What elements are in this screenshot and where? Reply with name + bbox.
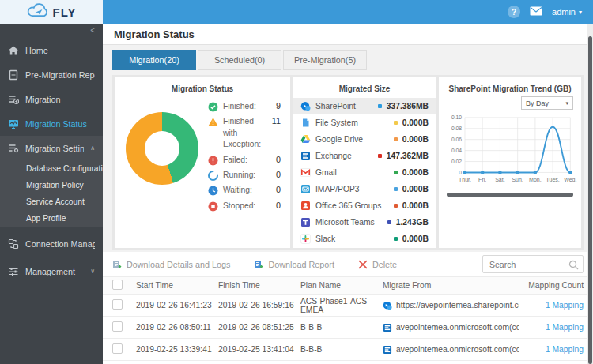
table-header-row: Start Time Finish Time Plan Name Migrate…	[103, 277, 593, 295]
size-row-gmail[interactable]: Gmail 0.000B	[293, 164, 436, 181]
trend-line-chart: 00.020.040.060.080.10Thur.Fri.Sat.Sun.Mo…	[442, 110, 578, 188]
slack-icon	[300, 234, 311, 244]
svg-text:0.04: 0.04	[451, 148, 462, 153]
google-drive-icon	[300, 134, 311, 144]
tab-scheduled[interactable]: Scheduled(0)	[198, 50, 281, 70]
help-icon[interactable]: ?	[508, 6, 520, 18]
legend-finished: Finished: 9	[208, 101, 281, 112]
size-bullet	[394, 171, 398, 174]
office-365-groups-icon	[300, 201, 311, 211]
legend-waiting: Waiting: 0	[208, 185, 281, 196]
sidebar-item-management[interactable]: Management ∨	[0, 259, 103, 283]
size-bullet	[378, 154, 382, 158]
sidebar-item-connection-manager[interactable]: Connection Manager	[0, 231, 103, 256]
sidebar-item-migration-status[interactable]: Migration Status	[0, 111, 103, 136]
status-legend: Finished: 9 Finished with Exception: 11 …	[208, 101, 281, 212]
mail-icon[interactable]	[530, 5, 542, 19]
svg-text:Fri.: Fri.	[478, 177, 486, 182]
app-logo: FLY	[0, 0, 103, 24]
row-checkbox[interactable]	[112, 343, 123, 354]
svg-text:Sun.: Sun.	[512, 177, 523, 182]
size-row-slack[interactable]: Slack 0.000B	[293, 231, 436, 247]
mapping-link[interactable]: 1 Mapping	[546, 301, 584, 310]
sidebar-subitem-migration-policy[interactable]: Migration Policy	[0, 177, 103, 193]
settings-list-icon	[8, 143, 19, 154]
logo-text: FLY	[53, 6, 77, 19]
sidebar-subitem-database-configuration[interactable]: Database Configuration	[0, 160, 103, 177]
download-report-button[interactable]: Download Report	[254, 260, 334, 269]
dashboard: Migration Status Finished: 9 Finished wi…	[112, 75, 584, 250]
table-row[interactable]: 2019-02-25 13:33:44 2019-02-25 13:36:03 …	[103, 361, 593, 364]
col-header-start-time: Start Time	[136, 281, 218, 290]
size-bullet	[394, 204, 398, 208]
size-row-sharepoint[interactable]: SharePoint 337.386MB	[293, 98, 436, 114]
row-checkbox[interactable]	[112, 321, 123, 332]
status-donut-chart	[126, 112, 198, 185]
table-toolbar: Download Details and Logs Download Repor…	[103, 252, 593, 277]
chevron-up-icon: ∧	[90, 144, 95, 152]
sidebar-item-pre-migration-report[interactable]: Pre-Migration Report	[0, 62, 103, 87]
mapping-link[interactable]: 1 Mapping	[546, 345, 584, 354]
mapping-link[interactable]: 1 Mapping	[546, 323, 584, 332]
svg-text:Tues.: Tues.	[546, 177, 559, 182]
sidebar-collapse-icon[interactable]: <	[0, 24, 103, 38]
panel-title: SharePoint Migration Trend (GB)	[439, 77, 581, 93]
running-spinner-icon	[208, 171, 218, 181]
vertical-scrollbar[interactable]	[587, 24, 593, 364]
sidebar-item-home[interactable]: Home	[0, 38, 103, 62]
size-bullet	[378, 104, 382, 108]
user-name: admin	[552, 7, 576, 17]
sharepoint-trend-panel: SharePoint Migration Trend (GB) By Day ▾…	[439, 77, 581, 248]
row-checkbox[interactable]	[112, 299, 123, 310]
file-system-icon	[300, 118, 311, 128]
sidebar-subitem-app-profile[interactable]: App Profile	[0, 210, 103, 227]
legend-running: Running: 0	[208, 170, 281, 181]
user-menu[interactable]: admin ▾	[552, 7, 582, 17]
trend-horizontal-scrollbar[interactable]	[447, 193, 573, 197]
download-report-icon	[254, 260, 263, 269]
migration-settings-group: Migration Settings ∧ Database Configurat…	[0, 136, 103, 227]
tab-bar: Migration(20) Scheduled(0) Pre-Migration…	[103, 45, 593, 75]
download-details-icon	[112, 260, 122, 269]
legend-stopped: Stopped: 0	[208, 201, 281, 212]
sidebar-item-migration-settings[interactable]: Migration Settings ∧	[0, 136, 103, 160]
search-icon[interactable]	[568, 259, 579, 273]
sharepoint-icon	[383, 301, 392, 310]
top-bar-right: ? admin ▾	[103, 0, 593, 24]
select-all-checkbox[interactable]	[112, 280, 123, 290]
sidebar-subitem-service-account[interactable]: Service Account	[0, 193, 103, 210]
size-bullet	[387, 220, 391, 224]
svg-text:0.10: 0.10	[451, 114, 462, 120]
migrated-size-list: SharePoint 337.386MB File System 0.000B …	[293, 98, 436, 247]
delete-button[interactable]: Delete	[358, 260, 397, 269]
imap-envelope-icon	[300, 184, 311, 194]
table-row[interactable]: 2019-02-26 08:50:11 2019-02-26 08:51:25 …	[103, 317, 593, 339]
col-header-migrate-from: Migrate From	[383, 281, 519, 290]
table-row[interactable]: 2019-02-25 13:39:41 2019-02-25 13:41:04 …	[103, 339, 593, 361]
failed-circle-icon	[208, 156, 218, 166]
size-row-microsoft-teams[interactable]: Microsoft Teams 1.243GB	[293, 214, 436, 231]
check-circle-icon	[208, 102, 218, 112]
trend-interval-select[interactable]: By Day ▾	[521, 96, 573, 110]
download-details-logs-button[interactable]: Download Details and Logs	[112, 260, 230, 269]
panel-title: Migrated Size	[293, 77, 436, 93]
vertical-scrollbar-thumb[interactable]	[588, 36, 592, 364]
table-row[interactable]: 2019-02-26 16:41:23 2019-02-26 16:59:16 …	[103, 295, 593, 317]
warning-triangle-icon	[208, 117, 218, 127]
tab-migration[interactable]: Migration(20)	[112, 50, 196, 70]
size-row-office-365-groups[interactable]: Office 365 Groups 0.000B	[293, 197, 436, 214]
home-icon	[8, 45, 19, 56]
tab-pre-migration[interactable]: Pre-Migration(5)	[283, 50, 367, 70]
size-row-imap-pop3[interactable]: IMAP/POP3 0.000B	[293, 181, 436, 197]
sidebar-item-migration[interactable]: Migration	[0, 87, 103, 111]
panel-title: Migration Status	[115, 77, 290, 93]
col-header-plan-name: Plan Name	[300, 281, 383, 290]
svg-text:Mon.: Mon.	[529, 177, 542, 182]
delete-x-icon	[358, 260, 368, 269]
size-row-exchange[interactable]: Exchange 147.362MB	[293, 148, 436, 164]
top-bar: FLY ? admin ▾	[0, 0, 593, 24]
size-row-google-drive[interactable]: Google Drive 0.000B	[293, 131, 436, 148]
sharepoint-icon	[300, 101, 311, 111]
sliders-icon	[8, 266, 19, 277]
size-row-file-system[interactable]: File System 0.000B	[293, 114, 436, 131]
